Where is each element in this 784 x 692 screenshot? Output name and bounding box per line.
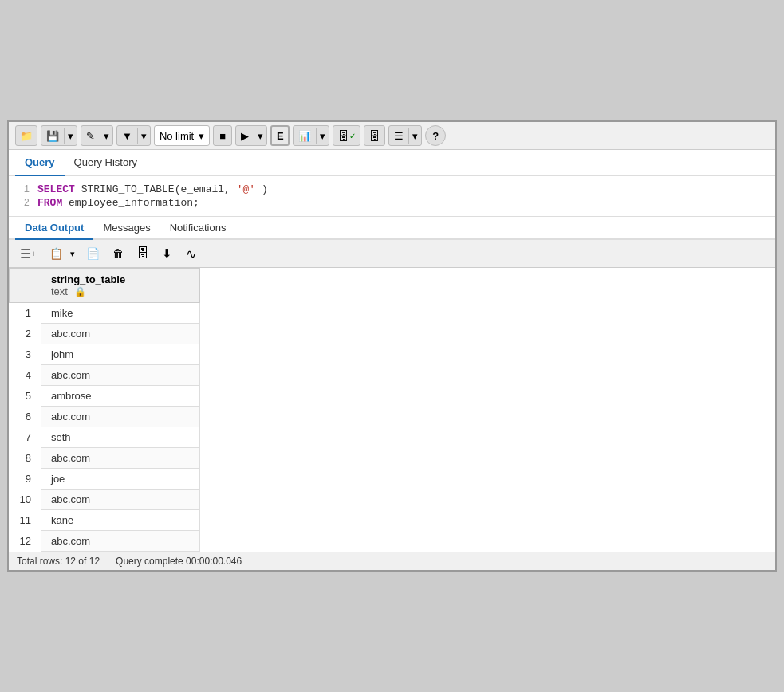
list-dropdown-arrow[interactable]: ▾ [408, 128, 421, 144]
row-number: 6 [10, 407, 41, 427]
status-bar: Total rows: 12 of 12 Query complete 00:0… [9, 552, 775, 570]
edit-dropdown-arrow[interactable]: ▾ [100, 128, 112, 144]
data-table: string_to_table text 🔒 1mike2abc.com3joh… [9, 268, 200, 552]
copy-btn[interactable]: 📋 [45, 243, 68, 264]
download-btn[interactable]: ⬇ [157, 243, 178, 264]
tab-query[interactable]: Query [15, 150, 65, 176]
add-row-btn[interactable]: ☰+ [15, 243, 41, 264]
no-limit-select[interactable]: No limit ▾ [154, 125, 210, 146]
cell-value: johm [41, 344, 200, 365]
stop-btn[interactable]: ■ [213, 125, 232, 146]
row-number: 8 [10, 448, 41, 469]
filter-dropdown-arrow[interactable]: ▾ [137, 128, 150, 144]
row-number: 3 [10, 344, 41, 365]
table-row[interactable]: 3johm [10, 344, 200, 365]
table-row[interactable]: 1mike [10, 303, 200, 324]
row-number: 11 [10, 510, 41, 531]
explain-icon: E [277, 130, 284, 142]
copy-dropdown[interactable]: 📋 ▾ [44, 243, 78, 264]
sql-content-2: FROM employee_information; [37, 197, 199, 209]
copy-dropdown-arrow[interactable]: ▾ [68, 249, 77, 259]
filter-dropdown[interactable]: ▼ ▾ [116, 125, 151, 146]
output-toolbar: ☰+ 📋 ▾ 📄 🗑 🗄 ⬇ ∿ [9, 240, 775, 268]
cell-value: mike [41, 303, 200, 324]
chart-view-btn[interactable]: ∿ [181, 243, 202, 264]
open-file-btn[interactable]: 📁 [15, 125, 37, 146]
table-row[interactable]: 7seth [10, 427, 200, 448]
list-btn[interactable]: ☰ [389, 128, 408, 144]
table-row[interactable]: 6abc.com [10, 407, 200, 427]
sql-func: STRING_TO_TABLE(e_email, [81, 183, 237, 195]
no-limit-label: No limit [160, 130, 194, 142]
db-save-btn[interactable]: 🗄 [132, 243, 154, 264]
cell-value: seth [41, 427, 200, 448]
edit-btn[interactable]: ✎ [81, 128, 100, 144]
col-header-string-to-table[interactable]: string_to_table text 🔒 [41, 269, 200, 303]
cell-value: ambrose [41, 386, 200, 407]
toolbar: 📁 💾 ▾ ✎ ▾ ▼ ▾ No limit ▾ ■ [9, 122, 775, 150]
sql-string-val: '@' [237, 183, 255, 195]
save-btn[interactable]: 💾 [41, 128, 64, 144]
chart-dropdown-arrow[interactable]: ▾ [316, 128, 329, 144]
col-name-label: string_to_table [51, 273, 125, 285]
cell-value: abc.com [41, 448, 200, 469]
paste-btn[interactable]: 📄 [81, 243, 104, 264]
chart-dropdown[interactable]: 📊 ▾ [293, 125, 329, 146]
tab-messages[interactable]: Messages [93, 217, 160, 240]
table-row[interactable]: 8abc.com [10, 448, 200, 469]
row-number: 7 [10, 427, 41, 448]
sql-paren-end: ) [262, 183, 268, 195]
chart-icon: 📊 [298, 130, 311, 142]
col-type-label: text [51, 285, 68, 297]
run-btn[interactable]: ▶ [236, 128, 254, 144]
pencil-icon: ✎ [86, 130, 95, 142]
run-dropdown[interactable]: ▶ ▾ [235, 125, 267, 146]
row-num-header [10, 269, 41, 303]
save-dropdown[interactable]: 💾 ▾ [41, 125, 77, 146]
save-icon: 💾 [46, 130, 59, 142]
cell-value: abc.com [41, 490, 200, 510]
cell-value: abc.com [41, 531, 200, 552]
select-keyword: SELECT [37, 183, 75, 195]
no-limit-chevron-icon: ▾ [199, 130, 204, 142]
explain-btn[interactable]: E [270, 125, 290, 146]
db2-btn[interactable]: 🗄 [364, 125, 385, 146]
main-window: 📁 💾 ▾ ✎ ▾ ▼ ▾ No limit ▾ ■ [7, 120, 777, 572]
run-dropdown-arrow[interactable]: ▾ [254, 128, 266, 144]
table-row[interactable]: 11kane [10, 510, 200, 531]
table-row[interactable]: 2abc.com [10, 324, 200, 344]
cell-value: abc.com [41, 407, 200, 427]
db1-btn[interactable]: 🗄✓ [333, 125, 360, 146]
list-dropdown[interactable]: ☰ ▾ [388, 125, 422, 146]
edit-dropdown[interactable]: ✎ ▾ [81, 125, 113, 146]
lock-icon: 🔒 [74, 286, 86, 297]
table-row[interactable]: 10abc.com [10, 490, 200, 510]
from-keyword: FROM [37, 197, 62, 209]
row-number: 9 [10, 469, 41, 490]
row-number: 4 [10, 365, 41, 386]
tab-query-history[interactable]: Query History [65, 150, 147, 176]
help-btn[interactable]: ? [425, 125, 446, 146]
list-icon: ☰ [394, 130, 404, 142]
tab-data-output[interactable]: Data Output [15, 217, 93, 240]
stop-icon: ■ [219, 130, 226, 142]
filter-btn[interactable]: ▼ [117, 128, 137, 144]
cell-value: joe [41, 469, 200, 490]
row-number: 2 [10, 324, 41, 344]
sql-line-1: 1 SELECT STRING_TO_TABLE(e_email, '@' ) [9, 183, 775, 196]
row-number: 12 [10, 531, 41, 552]
db2-icon: 🗄 [368, 129, 380, 143]
cell-value: abc.com [41, 365, 200, 386]
filter-icon: ▼ [122, 130, 132, 142]
table-row[interactable]: 12abc.com [10, 531, 200, 552]
table-row[interactable]: 5ambrose [10, 386, 200, 407]
tab-notifications[interactable]: Notifications [160, 217, 236, 240]
delete-btn[interactable]: 🗑 [108, 243, 128, 264]
save-dropdown-arrow[interactable]: ▾ [64, 128, 77, 144]
sql-editor[interactable]: 1 SELECT STRING_TO_TABLE(e_email, '@' ) … [9, 176, 775, 217]
chart-btn[interactable]: 📊 [294, 128, 316, 144]
help-icon: ? [432, 130, 439, 142]
table-row[interactable]: 9joe [10, 469, 200, 490]
sql-line-2: 2 FROM employee_information; [9, 196, 775, 210]
table-row[interactable]: 4abc.com [10, 365, 200, 386]
